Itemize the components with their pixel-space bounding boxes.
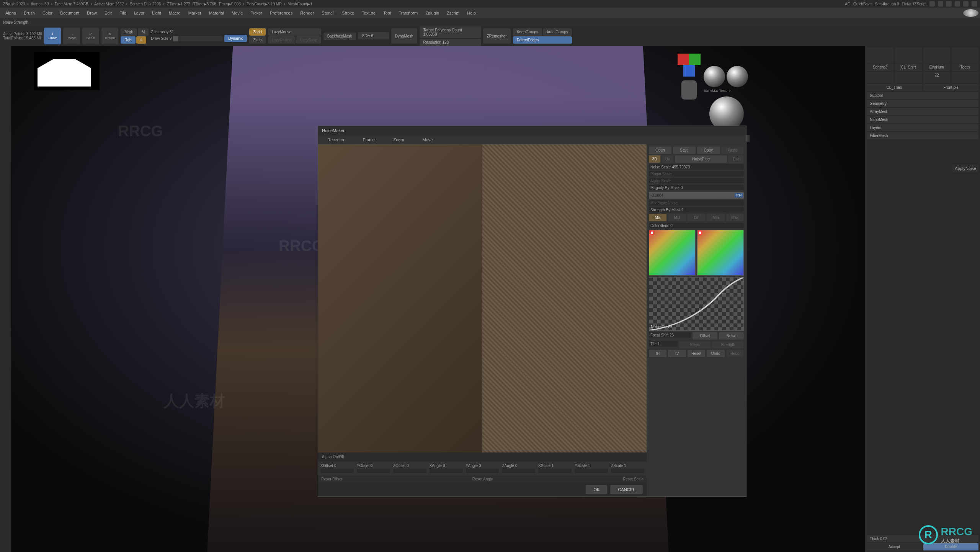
ac-label[interactable]: AC (845, 2, 850, 6)
nm-ok-button[interactable]: OK (586, 485, 607, 494)
nm-save-button[interactable]: Save (673, 147, 696, 154)
menu-movie[interactable]: Movie (228, 9, 247, 17)
nm-fh-button[interactable]: fH (649, 350, 666, 357)
menu-picker[interactable]: Picker (247, 9, 266, 17)
nm-xangle[interactable]: XAngle 0 (430, 464, 463, 468)
tool-eyehum[interactable]: EyeHum (923, 64, 950, 71)
close-icon[interactable] (972, 1, 977, 7)
menu-zscript[interactable]: Zscript (443, 9, 463, 17)
a-button[interactable]: A (136, 36, 147, 44)
menu-macro[interactable]: Macro (165, 9, 185, 17)
nm-focal-shift-slider[interactable]: Focal Shift 23 (649, 332, 691, 338)
menu-material[interactable]: Material (205, 9, 228, 17)
nm-tile-slider[interactable]: Tile 1 (649, 341, 678, 346)
dynamesh-button[interactable]: DynaMesh (391, 28, 417, 44)
noisemaker-title[interactable]: NoiseMaker (318, 126, 746, 135)
default-zscript-button[interactable]: DefaultZScript (902, 2, 926, 6)
nm-paste-button[interactable]: Paste (721, 147, 744, 154)
nm-noiseplug-button[interactable]: NoisePlug (675, 155, 727, 163)
rotate-button[interactable]: ↻Rotate (101, 28, 118, 44)
nm-min-button[interactable]: Min (707, 214, 724, 221)
menu-alpha[interactable]: Alpha (2, 9, 20, 17)
tool-count[interactable]: 22 (923, 72, 950, 83)
nm-mix-button[interactable]: Mix (649, 214, 666, 221)
menu-edit[interactable]: Edit (101, 9, 116, 17)
menu-marker[interactable]: Marker (185, 9, 205, 17)
zremesher-button[interactable]: ZRemesher (483, 28, 511, 44)
tool-teeth[interactable]: Teeth (952, 64, 978, 71)
menu-brush[interactable]: Brush (20, 9, 39, 17)
nm-mix-basic-slider[interactable]: Mix Basic Noise (649, 200, 744, 206)
nm-preview-left[interactable] (318, 144, 482, 452)
nm-alpha-scale-slider[interactable]: Alpha Scale (649, 178, 744, 183)
nm-zscale[interactable]: ZScale 1 (611, 464, 644, 468)
nm-yoffset[interactable]: YOffset 0 (357, 464, 390, 468)
menu-transform[interactable]: Transform (395, 9, 421, 17)
zsub-button[interactable]: Zsub (249, 36, 266, 44)
seethrough-slider[interactable]: See-through 0 (875, 2, 899, 6)
tool-cltrian[interactable]: CL_Trian (867, 84, 922, 91)
nm-open-button[interactable]: Open (649, 147, 671, 154)
nm-edit-button[interactable]: Edit (728, 155, 744, 163)
nm-dif-button[interactable]: Dif (688, 214, 705, 221)
menu-stencil[interactable]: Stencil (318, 9, 338, 17)
panel-arraymesh[interactable]: ArrayMesh (867, 108, 978, 115)
draw-button[interactable]: ✛Draw (44, 28, 61, 44)
nm-preview[interactable]: Alpha On/Off XOffset 0 YOffset 0 ZOffset… (318, 144, 647, 496)
panel-fibermesh[interactable]: FiberMesh (867, 132, 978, 139)
menu-icon-2[interactable] (938, 1, 943, 7)
nm-plugin-scale-slider[interactable]: Plugin Scale (649, 171, 744, 176)
menu-icon[interactable] (929, 1, 935, 7)
nm-frame-button[interactable]: Frame (354, 135, 384, 144)
nm-3d-button[interactable]: 3D (649, 155, 660, 163)
nm-mul-button[interactable]: Mul (668, 214, 686, 221)
scale-button[interactable]: ⤢Scale (82, 28, 99, 44)
menu-draw[interactable]: Draw (83, 9, 101, 17)
move-button[interactable]: ↔Move (63, 28, 80, 44)
resolution-slider[interactable]: Resolution 128 (420, 39, 481, 46)
panel-subtool[interactable]: Subtool (867, 92, 978, 99)
nm-color-gradient-2[interactable] (697, 230, 744, 276)
nm-zangle[interactable]: ZAngle 0 (502, 464, 535, 468)
autogroups-button[interactable]: Auto Groups (543, 28, 572, 36)
maximize-icon[interactable] (963, 1, 969, 7)
menu-preferences[interactable]: Preferences (266, 9, 296, 17)
basicmat-label[interactable]: BasicMat (704, 89, 718, 93)
lazyradius-button[interactable]: LazyRadius (268, 36, 296, 44)
tool-frontpie[interactable]: Front pie (923, 84, 978, 91)
nm-preview-right[interactable] (482, 144, 647, 452)
left-tray[interactable] (0, 46, 11, 552)
drawsize-slider[interactable]: Draw Size 9 (151, 36, 172, 41)
nm-colorblend-slider[interactable]: ColorBlend 0 (649, 223, 744, 228)
camera-manikin-icon[interactable] (681, 80, 697, 100)
apply-noise-button[interactable]: ApplyNoise (952, 165, 978, 172)
sdiv-slider[interactable]: SDiv 6 (358, 32, 389, 39)
target-polygons-slider[interactable]: Target Polygons Count 1.05359 (420, 26, 481, 38)
panel-nanomesh[interactable]: NanoMesh (867, 116, 978, 123)
nm-fv-button[interactable]: fV (668, 350, 686, 357)
nm-steps-button[interactable]: Steps (679, 341, 711, 348)
light-widget-icon[interactable] (963, 9, 978, 17)
nm-zoom-button[interactable]: Zoom (384, 135, 413, 144)
keepgroups-button[interactable]: KeepGroups (513, 28, 542, 36)
nm-move-button[interactable]: Move (413, 135, 442, 144)
axis-gizmo[interactable] (678, 54, 701, 77)
nm-xoffset[interactable]: XOffset 0 (320, 464, 354, 468)
menu-color[interactable]: Color (39, 9, 56, 17)
lazymouse-button[interactable]: LazyMouse (268, 28, 321, 36)
menu-tool[interactable]: Tool (379, 9, 395, 17)
nm-noise-button[interactable]: Noise (719, 332, 744, 340)
nm-strength-by-mask-slider[interactable]: Strength By Mask 1 (649, 207, 744, 212)
nm-noise-curve[interactable]: Noise Curve (649, 277, 744, 331)
nm-recenter-button[interactable]: Recenter (318, 135, 354, 144)
nm-alpha-toggle[interactable]: Alpha On/Off (318, 452, 647, 461)
mrgb-button[interactable]: Mrgb (121, 28, 137, 36)
dynamic-button[interactable]: Dynamic (224, 35, 247, 42)
menu-layer[interactable]: Layer (130, 9, 149, 17)
backfacemask-button[interactable]: BackfaceMask (323, 33, 356, 40)
nm-magnify-slider[interactable]: Magnify By Mask 0 (649, 185, 744, 190)
nm-noise-scale-slider[interactable]: Noise Scale 455.79373 (649, 164, 744, 170)
menu-texture[interactable]: Texture (358, 9, 379, 17)
rgb-button[interactable]: Rgb (121, 36, 135, 44)
menu-render[interactable]: Render (296, 9, 318, 17)
